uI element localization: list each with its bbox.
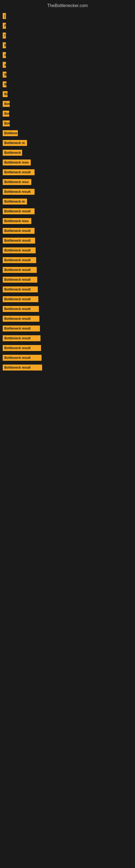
item-label: Bot — [3, 111, 9, 117]
item-label: Bottleneck — [3, 150, 22, 156]
list-item: Bottleneck result — [0, 257, 135, 263]
list-item: Bottleneck result — [0, 335, 135, 341]
list-item: f — [0, 33, 135, 38]
list-item: B — [0, 42, 135, 48]
items-list: |FfBnsBBBoBottBotBottBottleneBottleneck … — [0, 10, 135, 377]
item-label: B — [3, 42, 6, 48]
list-item: Bottleneck result — [0, 355, 135, 361]
list-item: Bo — [0, 91, 135, 97]
list-item: Bottleneck result — [0, 189, 135, 195]
item-label: Bottleneck result — [3, 189, 35, 195]
item-label: Bottleneck result — [3, 365, 42, 371]
item-label: Bottleneck result — [3, 228, 35, 234]
list-item: Bottleneck resu — [0, 218, 135, 224]
item-label: Bottleneck result — [3, 169, 35, 175]
item-label: Bottlene — [3, 130, 18, 136]
item-label: Bottleneck result — [3, 296, 38, 302]
list-item: Bottleneck result — [0, 228, 135, 234]
list-item: Bottleneck result — [0, 238, 135, 244]
item-label: Bottleneck result — [3, 247, 36, 253]
item-label: Bottleneck resu — [3, 218, 31, 224]
item-label: Bottleneck result — [3, 267, 37, 273]
list-item: Bottleneck — [0, 150, 135, 156]
item-label: Bottleneck result — [3, 238, 35, 244]
item-label: Bottleneck reso — [3, 159, 31, 165]
list-item: Bottleneck result — [0, 277, 135, 283]
list-item: Bottleneck result — [0, 365, 135, 371]
item-label: Bottleneck resu — [3, 179, 31, 185]
list-item: Bott — [0, 101, 135, 107]
list-item: B — [0, 82, 135, 87]
site-title: TheBottlenecker.com — [0, 0, 135, 10]
list-item: Bottleneck result — [0, 296, 135, 302]
list-item: | — [0, 13, 135, 19]
list-item: Bottleneck result — [0, 286, 135, 292]
item-label: Bottleneck result — [3, 316, 39, 322]
item-label: Bottleneck re — [3, 140, 27, 146]
item-label: s — [3, 62, 6, 68]
item-label: F — [3, 23, 6, 29]
list-item: Bottleneck reso — [0, 159, 135, 165]
item-label: Bottleneck result — [3, 208, 35, 214]
item-label: Bo — [3, 91, 8, 97]
item-label: Bott — [3, 120, 10, 126]
list-item: Bottleneck resu — [0, 179, 135, 185]
item-label: Bottleneck result — [3, 355, 42, 361]
list-item: Bot — [0, 111, 135, 117]
item-label: Bottleneck result — [3, 306, 39, 312]
list-item: n — [0, 52, 135, 58]
list-item: Bottleneck result — [0, 169, 135, 175]
list-item: Bottlene — [0, 130, 135, 136]
list-item: Bottleneck result — [0, 306, 135, 312]
item-label: Bottleneck result — [3, 257, 36, 263]
item-label: Bottleneck result — [3, 277, 37, 283]
item-label: Bott — [3, 101, 10, 107]
list-item: Bottleneck result — [0, 316, 135, 322]
list-item: Bottleneck re — [0, 198, 135, 205]
item-label: Bottleneck result — [3, 335, 41, 341]
item-label: Bottleneck result — [3, 286, 38, 292]
list-item: B — [0, 72, 135, 78]
item-label: Bottleneck re — [3, 198, 27, 205]
list-item: s — [0, 62, 135, 68]
list-item: Bottleneck result — [0, 267, 135, 273]
list-item: Bott — [0, 120, 135, 126]
item-label: f — [3, 33, 6, 38]
item-label: n — [3, 52, 6, 58]
item-label: B — [3, 72, 6, 78]
item-label: | — [3, 13, 6, 19]
item-label: Bottleneck result — [3, 326, 40, 332]
list-item: F — [0, 23, 135, 29]
list-item: Bottleneck result — [0, 208, 135, 214]
list-item: Bottleneck re — [0, 140, 135, 146]
list-item: Bottleneck result — [0, 326, 135, 332]
item-label: Bottleneck result — [3, 345, 41, 351]
list-item: Bottleneck result — [0, 345, 135, 351]
item-label: B — [3, 82, 6, 87]
list-item: Bottleneck result — [0, 247, 135, 253]
